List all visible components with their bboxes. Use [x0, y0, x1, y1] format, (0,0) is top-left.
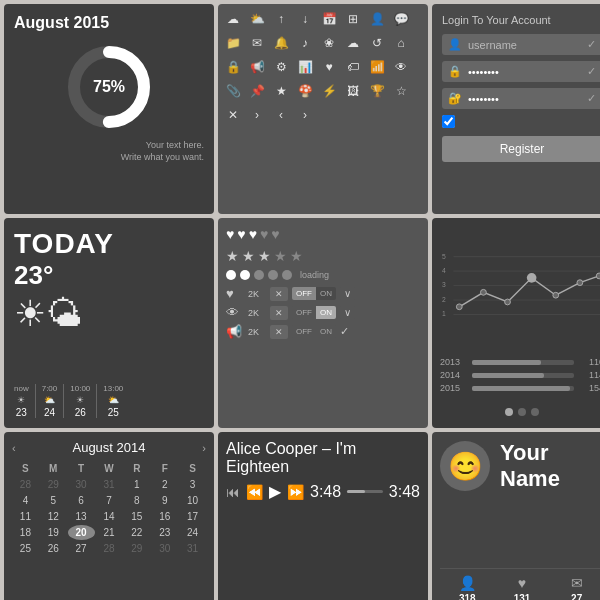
bar-track-2015	[472, 386, 574, 391]
month-label: August 2014	[72, 440, 145, 455]
next-month-button[interactable]: ›	[202, 442, 206, 454]
day-21[interactable]: 21	[96, 525, 123, 540]
toggle-btn-3[interactable]: OFFON	[292, 325, 336, 338]
toggle-row-2: 👁 2K ✕ OFFON ∨	[226, 305, 420, 320]
profile-tab-users[interactable]: 👤 318	[440, 575, 495, 600]
calendar-panel: ‹ August 2014 › S M T W R F S 28 29 30 3…	[4, 432, 214, 600]
star2[interactable]: ★	[242, 248, 255, 264]
toggle-x-3[interactable]: ✕	[270, 325, 288, 339]
day-6[interactable]: 6	[68, 493, 95, 508]
select-arrow-2[interactable]: ∨	[340, 306, 355, 319]
loading-dots: loading	[226, 270, 420, 280]
day-17[interactable]: 17	[179, 509, 206, 524]
day-18[interactable]: 18	[12, 525, 39, 540]
icon-wifi: 📶	[366, 56, 388, 78]
progress-bar[interactable]	[347, 490, 383, 493]
bar-fill-2013	[472, 360, 541, 365]
separator1	[35, 384, 36, 418]
time-total: 3:48	[389, 483, 420, 501]
nav-dot-3[interactable]	[531, 408, 539, 416]
day-22[interactable]: 22	[123, 525, 150, 540]
nav-dot-1[interactable]	[505, 408, 513, 416]
toggle-x-2[interactable]: ✕	[270, 306, 288, 320]
day-20-today[interactable]: 20	[68, 525, 95, 540]
day-12[interactable]: 12	[40, 509, 67, 524]
day-10[interactable]: 10	[179, 493, 206, 508]
day-3[interactable]: 3	[179, 477, 206, 492]
toggle-x-1[interactable]: ✕	[270, 287, 288, 301]
day-7[interactable]: 7	[96, 493, 123, 508]
day-27[interactable]: 27	[68, 541, 95, 556]
star1[interactable]: ★	[226, 248, 239, 264]
register-button[interactable]: Register	[442, 136, 600, 162]
nav-dot-2[interactable]	[518, 408, 526, 416]
day-25[interactable]: 25	[12, 541, 39, 556]
toggle-count-1: 2K	[248, 289, 266, 299]
icon-image: 🖼	[342, 80, 364, 102]
play-button[interactable]: ▶	[269, 482, 281, 501]
progress-fill	[347, 490, 365, 493]
profile-tab-messages[interactable]: ✉ 27	[549, 575, 600, 600]
star5[interactable]: ★	[290, 248, 303, 264]
icon-chat: 💬	[390, 8, 412, 30]
day-11[interactable]: 11	[12, 509, 39, 524]
username-input[interactable]	[468, 39, 581, 51]
svg-text:3: 3	[442, 282, 446, 289]
toggle-btn-1[interactable]: OFFON	[292, 287, 336, 300]
day-19[interactable]: 19	[40, 525, 67, 540]
select-arrow-1[interactable]: ∨	[340, 287, 355, 300]
icon-gear: ⚙	[270, 56, 292, 78]
day-26[interactable]: 26	[40, 541, 67, 556]
day-2[interactable]: 2	[151, 477, 178, 492]
day-1[interactable]: 1	[123, 477, 150, 492]
login-title: Login To Your Account	[442, 14, 600, 26]
heart1[interactable]: ♥	[226, 226, 234, 242]
day-30-next[interactable]: 30	[151, 541, 178, 556]
prev-month-button[interactable]: ‹	[12, 442, 16, 454]
password-row: 🔒 ✓	[442, 61, 600, 82]
forecast-temp-now: 23	[16, 407, 27, 418]
toggle-count-2: 2K	[248, 308, 266, 318]
day-30-prev[interactable]: 30	[68, 477, 95, 492]
day-4[interactable]: 4	[12, 493, 39, 508]
day-31-next[interactable]: 31	[179, 541, 206, 556]
day-15[interactable]: 15	[123, 509, 150, 524]
star3[interactable]: ★	[258, 248, 271, 264]
star4[interactable]: ★	[274, 248, 287, 264]
profile-tab-likes[interactable]: ♥ 131	[495, 575, 550, 600]
val-2015: 154	[578, 383, 600, 393]
heart4[interactable]: ♥	[260, 226, 268, 242]
toggle-btn-2[interactable]: OFFON	[292, 306, 336, 319]
day-16[interactable]: 16	[151, 509, 178, 524]
day-9[interactable]: 9	[151, 493, 178, 508]
heart5[interactable]: ♥	[271, 226, 279, 242]
day-31-prev[interactable]: 31	[96, 477, 123, 492]
icon-bell: 🔔	[270, 32, 292, 54]
toggle-check-3[interactable]: ✓	[340, 325, 349, 338]
day-13[interactable]: 13	[68, 509, 95, 524]
day-14[interactable]: 14	[96, 509, 123, 524]
day-5[interactable]: 5	[40, 493, 67, 508]
day-28-next[interactable]: 28	[96, 541, 123, 556]
password2-input[interactable]	[468, 93, 581, 105]
heart3[interactable]: ♥	[249, 226, 257, 242]
icon-cloud3: ☁	[342, 32, 364, 54]
prev-button[interactable]: ⏪	[246, 484, 263, 500]
next-button[interactable]: ⏩	[287, 484, 304, 500]
dot4	[268, 270, 278, 280]
agree-checkbox[interactable]	[442, 115, 455, 128]
avatar: 😊	[440, 441, 490, 491]
day-23[interactable]: 23	[151, 525, 178, 540]
donut-chart: 75%	[64, 42, 154, 132]
day-29-prev[interactable]: 29	[40, 477, 67, 492]
day-28-prev[interactable]: 28	[12, 477, 39, 492]
dots-nav	[440, 404, 600, 420]
heart2[interactable]: ♥	[237, 226, 245, 242]
val-2014: 114	[578, 370, 600, 380]
rewind-button[interactable]: ⏮	[226, 484, 240, 500]
password-input[interactable]	[468, 66, 581, 78]
day-29-next[interactable]: 29	[123, 541, 150, 556]
day-24[interactable]: 24	[179, 525, 206, 540]
day-8[interactable]: 8	[123, 493, 150, 508]
time-display: 3:48	[310, 483, 341, 501]
